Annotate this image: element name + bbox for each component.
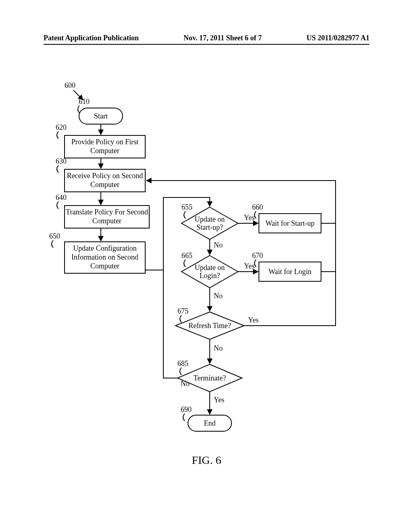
svg-text:Wait for Login: Wait for Login [269,268,312,276]
svg-text:Terminate?: Terminate? [194,374,226,382]
label-yes-665: Yes [244,262,254,270]
node-update-config: Update Configuration Information on Seco… [65,242,145,273]
label-no-665: No [214,292,223,300]
ref-630: 630 [56,157,67,165]
node-provide-policy: Provide Policy on First Computer [65,135,145,158]
svg-text:Information on Second: Information on Second [71,253,138,261]
svg-text:Computer: Computer [90,181,119,189]
node-receive-policy: Receive Policy on Second Computer [65,169,145,192]
ref-665: 665 [181,251,192,260]
node-refresh-time: Refresh Time? [175,312,244,339]
ref-660: 660 [252,203,263,211]
figure-caption: FIG. 6 [0,454,413,467]
svg-text:Update Configuration: Update Configuration [73,244,136,252]
node-wait-startup: Wait for Start-up [259,214,321,233]
svg-text:Provide Policy on First: Provide Policy on First [71,138,139,146]
flowchart-svg: 600 Start 610 Provide Policy on First Co… [0,0,413,532]
ref-620: 620 [56,123,67,131]
svg-text:Update on: Update on [195,264,225,272]
node-end: End [188,415,232,431]
svg-text:Update on: Update on [195,215,225,223]
label-no-685: No [181,380,190,388]
ref-610: 610 [79,98,90,106]
ref-685: 685 [177,360,188,368]
svg-text:End: End [204,419,216,427]
label-yes-685: Yes [214,396,224,404]
label-no-655: No [214,241,223,249]
svg-text:Start: Start [94,112,108,120]
node-start: Start [79,108,123,124]
svg-text:Start-up?: Start-up? [196,223,223,231]
svg-text:Login?: Login? [200,272,220,280]
svg-text:Computer: Computer [90,147,119,155]
svg-text:Translate Policy For Second: Translate Policy For Second [66,208,148,216]
node-update-startup: Update on Start-up? [181,207,238,239]
svg-text:Computer: Computer [92,217,121,225]
ref-600: 600 [65,81,75,89]
node-update-login: Update on Login? [181,256,238,288]
svg-text:Computer: Computer [90,262,119,270]
ref-655: 655 [181,203,192,211]
node-wait-login: Wait for Login [259,262,321,281]
svg-text:Wait for Start-up: Wait for Start-up [265,219,315,227]
ref-650: 650 [49,232,60,240]
ref-670: 670 [252,251,263,260]
node-translate-policy: Translate Policy For Second Computer [65,206,149,228]
label-yes-675: Yes [248,316,259,324]
ref-640: 640 [56,193,67,202]
label-yes-655: Yes [244,214,254,222]
svg-text:Refresh Time?: Refresh Time? [188,322,231,330]
label-no-675: No [214,344,223,352]
ref-675: 675 [177,307,188,315]
svg-text:Receive Policy on Second: Receive Policy on Second [67,172,143,180]
ref-690: 690 [181,405,192,414]
